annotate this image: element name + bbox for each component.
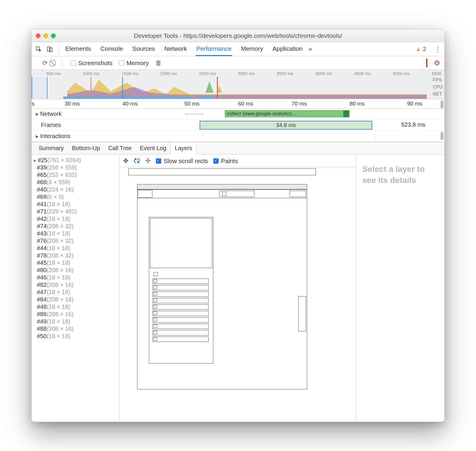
layers-canvas[interactable]	[120, 167, 356, 422]
layer-tree[interactable]: ▼#25(761 × 8264)#39(256 × 559)#65(252 × …	[32, 155, 120, 422]
overview-lane-label: CPU	[433, 84, 443, 90]
overview-tick: 1500 ms	[121, 71, 138, 76]
layer-tree-item[interactable]: #40(224 × 16)	[32, 186, 119, 193]
layer-tree-item[interactable]: #41(18 × 18)	[32, 201, 119, 208]
detail-time-axis[interactable]: s30 ms40 ms50 ms60 ms70 ms80 ms90 ms	[32, 99, 444, 108]
detail-tick: 70 ms	[292, 101, 307, 107]
paints-checkbox[interactable]: Paints	[213, 157, 238, 165]
interactions-track[interactable]: ▶Interactions ⋮ ⋮	[32, 131, 444, 142]
tab-console[interactable]: Console	[100, 42, 124, 56]
frame-duration-label: 523.8 ms	[401, 121, 425, 128]
overview-timeline[interactable]: 500 ms1000 ms1500 ms2000 ms2500 ms3000 m…	[32, 70, 444, 99]
overview-lane-label: FPS	[433, 77, 443, 83]
screenshots-checkbox[interactable]: Screenshots	[71, 60, 113, 67]
drag-handle-icon[interactable]: ⋮	[372, 133, 378, 140]
layer-tree-item[interactable]: #88(208 × 16)	[32, 325, 119, 333]
slow-scroll-rects-checkbox[interactable]: Slow scroll rects	[156, 157, 208, 165]
detail-tick: 90 ms	[407, 101, 422, 107]
detail-tick: 60 ms	[238, 101, 253, 107]
layer-tree-item[interactable]: #39(256 × 559)	[32, 164, 119, 171]
layer-tree-item[interactable]: #48(18 × 18)	[32, 303, 119, 311]
minimize-window-button[interactable]	[43, 33, 48, 38]
rotate-icon[interactable]: 🗘	[134, 157, 140, 165]
svg-rect-4	[198, 96, 213, 99]
tab-application[interactable]: Application	[272, 42, 303, 56]
performance-toolbar: ⟳ ⃠ Screenshots Memory 🗑 ⚙	[32, 56, 444, 70]
frames-track[interactable]: Frames 34.8 ms 523.8 ms	[32, 120, 444, 131]
layer-tree-item[interactable]: #42(18 × 18)	[32, 215, 119, 223]
reload-record-icon[interactable]: ⟳	[42, 59, 47, 67]
close-window-button[interactable]	[36, 33, 40, 38]
layer-tree-item[interactable]: #50(18 × 18)	[32, 333, 119, 340]
layer-details-placeholder: Select a layer to see its details	[356, 155, 444, 422]
layer-tree-item[interactable]: #46(18 × 18)	[32, 274, 119, 281]
subtab-bottom-up[interactable]: Bottom-Up	[68, 142, 104, 155]
subtab-event-log[interactable]: Event Log	[136, 142, 170, 155]
reset-view-icon[interactable]: ✢	[145, 157, 151, 165]
layer-tree-item[interactable]: #45(18 × 18)	[32, 259, 119, 267]
warning-count: 2	[423, 46, 426, 52]
overview-tick: 500 ms	[46, 71, 61, 76]
layer-tree-item[interactable]: ▼#25(761 × 8264)	[32, 157, 119, 164]
layer-tree-item[interactable]: #65(252 × 632)	[32, 171, 119, 179]
trash-icon[interactable]: 🗑	[155, 59, 162, 67]
layer-tree-item[interactable]: #47(18 × 18)	[32, 289, 119, 296]
layer-tree-item[interactable]: #69(0 × 0)	[32, 193, 119, 201]
drag-handle-icon[interactable]: ⋮	[200, 133, 205, 140]
scrollbar-thumb[interactable]	[441, 132, 443, 140]
overview-tick: 3000 ms	[238, 71, 255, 76]
separator	[62, 59, 62, 67]
inspect-element-icon[interactable]	[35, 45, 43, 53]
tab-performance[interactable]: Performance	[196, 42, 232, 56]
layer-tree-item[interactable]: #80(208 × 16)	[32, 267, 119, 274]
separator	[59, 45, 59, 53]
detail-tick: s	[32, 101, 35, 107]
layer-tree-item[interactable]: #49(18 × 18)	[32, 318, 119, 325]
overview-selection[interactable]	[32, 77, 47, 99]
devtools-toolbar: ElementsConsoleSourcesNetworkPerformance…	[32, 42, 444, 56]
layer-tree-item[interactable]: #86(208 × 16)	[32, 311, 119, 318]
network-request-bar[interactable]: collect (www.google-analytics.…	[225, 110, 344, 117]
overview-tick: 4500 ms	[354, 71, 371, 76]
network-track[interactable]: ▶Network collect (www.google-analytics.…	[32, 108, 444, 120]
expand-icon[interactable]: ▶	[36, 134, 38, 138]
settings-indicator	[426, 59, 427, 67]
layer-tree-item[interactable]: #66(4 × 559)	[32, 179, 119, 186]
layer-tree-item[interactable]: #43(18 × 18)	[32, 230, 119, 237]
scrollbar-thumb[interactable]	[441, 100, 443, 108]
warnings-counter[interactable]: ▲ 2	[415, 46, 426, 52]
layer-tree-item[interactable]: #76(208 × 32)	[32, 237, 119, 245]
detail-tick: 50 ms	[184, 101, 200, 107]
zoom-window-button[interactable]	[51, 33, 56, 38]
network-request-tail	[344, 110, 349, 117]
layer-tree-item[interactable]: #71(229 × 482)	[32, 208, 119, 215]
layer-tree-item[interactable]: #74(208 × 32)	[32, 223, 119, 230]
subtab-call-tree[interactable]: Call Tree	[104, 142, 136, 155]
detail-tick: 40 ms	[123, 101, 138, 107]
overview-tick: 3500 ms	[276, 71, 293, 76]
pan-icon[interactable]: ✥	[123, 157, 128, 165]
capture-settings-icon[interactable]: ⚙	[434, 59, 440, 67]
layer-tree-item[interactable]: #84(208 × 16)	[32, 296, 119, 303]
more-tabs-chevron-icon[interactable]: »	[306, 45, 314, 53]
svg-rect-3	[63, 96, 190, 99]
overview-lane-label: NET	[433, 91, 443, 97]
tab-sources[interactable]: Sources	[132, 42, 156, 56]
detail-tick: 80 ms	[349, 101, 365, 107]
memory-checkbox[interactable]: Memory	[119, 60, 149, 67]
frame-bar[interactable]: 34.8 ms	[200, 121, 372, 130]
subtab-layers[interactable]: Layers	[170, 142, 197, 155]
tab-memory[interactable]: Memory	[240, 42, 264, 56]
titlebar: Developer Tools - https://developers.goo…	[32, 29, 444, 42]
tab-elements[interactable]: Elements	[65, 42, 92, 56]
layer-tree-item[interactable]: #78(208 × 32)	[32, 252, 119, 259]
expand-icon[interactable]: ▶	[36, 112, 38, 116]
layer-tree-item[interactable]: #82(208 × 16)	[32, 281, 119, 289]
device-toolbar-icon[interactable]	[46, 45, 54, 53]
layer-tree-item[interactable]: #44(18 × 18)	[32, 245, 119, 252]
tab-network[interactable]: Network	[164, 42, 188, 56]
overview-tick: 5000 ms	[393, 71, 410, 76]
subtab-summary[interactable]: Summary	[35, 142, 68, 155]
warning-icon: ▲	[415, 46, 421, 52]
devtools-menu-icon[interactable]: ⋮	[434, 45, 441, 53]
